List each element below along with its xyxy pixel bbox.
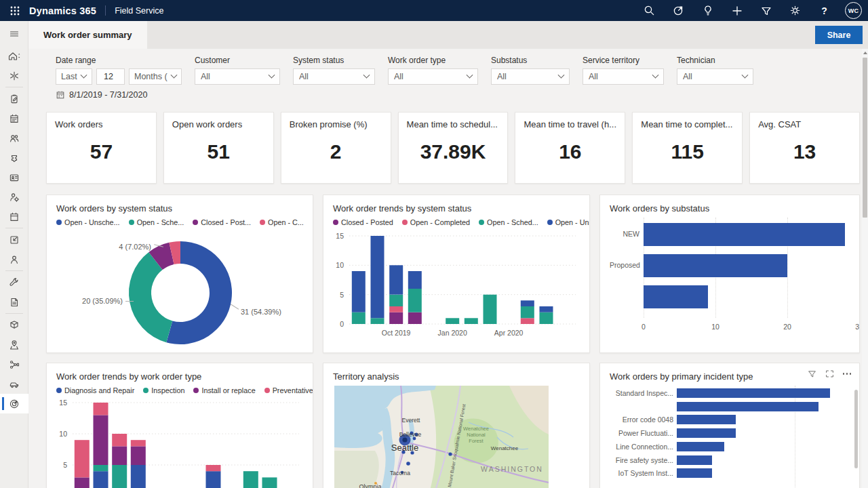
bar-segment[interactable] xyxy=(206,471,221,488)
kpi-card[interactable]: Broken promise (%)2 xyxy=(281,112,391,184)
sidebar-item-territory-pin-icon[interactable] xyxy=(0,335,28,354)
kpi-card[interactable]: Avg. CSAT13 xyxy=(749,112,860,184)
app-name[interactable]: Field Service xyxy=(115,6,163,16)
compass-icon[interactable] xyxy=(664,0,693,21)
sidebar-item-contact-card-icon[interactable] xyxy=(0,167,28,187)
account-avatar[interactable]: WC xyxy=(839,0,868,21)
focus-mode-icon[interactable] xyxy=(825,369,834,378)
sidebar-item-inbox-icon[interactable] xyxy=(0,230,28,249)
sidebar-item-home[interactable] xyxy=(0,46,28,66)
tab-work-order-summary[interactable]: Work order summary xyxy=(28,21,147,49)
add-icon[interactable] xyxy=(722,0,751,21)
sidebar-item-package-icon[interactable] xyxy=(0,315,28,335)
sidebar-item-person-icon[interactable] xyxy=(0,249,28,269)
kpi-card[interactable]: Work orders57 xyxy=(46,112,157,184)
chart-card-system-status-donut[interactable]: Work orders by system status Open - Unsc… xyxy=(46,195,313,353)
bar-segment[interactable] xyxy=(94,465,108,471)
bar-segment[interactable] xyxy=(131,465,146,488)
sidebar-item-recent-hub-icon[interactable] xyxy=(0,66,28,85)
filter-service-territory-dropdown[interactable]: All xyxy=(583,68,664,85)
hamburger-menu-icon[interactable] xyxy=(0,21,28,46)
bar-segment[interactable] xyxy=(371,318,384,324)
sidebar-item-services-puzzle-icon[interactable] xyxy=(0,148,28,167)
sidebar-item-bookings-calendar-icon[interactable] xyxy=(0,207,28,226)
territory-analysis-card[interactable]: Territory analysis xyxy=(323,363,590,488)
visual-scrollbar-thumb[interactable] xyxy=(854,390,858,468)
chart-card-trends-system-status[interactable]: Work order trends by system status Close… xyxy=(323,195,590,353)
kpi-card[interactable]: Open work orders51 xyxy=(163,112,274,184)
bar-segment[interactable] xyxy=(540,312,553,324)
bar-segment[interactable] xyxy=(521,300,534,306)
territory-map[interactable]: Everett Bellevue Seattle Tacoma Olympia … xyxy=(334,386,589,488)
date-range-count-input[interactable]: 12 xyxy=(96,68,125,85)
filter-substatus-dropdown[interactable]: All xyxy=(491,68,570,85)
bar-segment[interactable] xyxy=(389,306,403,312)
filter-icon[interactable] xyxy=(751,0,781,21)
date-range-unit-dropdown[interactable]: Months (C... xyxy=(129,68,182,85)
bar-segment[interactable] xyxy=(94,415,108,465)
bar-segment[interactable] xyxy=(408,312,422,324)
search-icon[interactable] xyxy=(635,0,664,21)
bar-segment[interactable] xyxy=(389,312,403,324)
bar[interactable] xyxy=(644,223,845,246)
sidebar-item-schedule-calendar-icon[interactable] xyxy=(0,108,28,128)
bar[interactable] xyxy=(677,428,736,438)
bar-segment[interactable] xyxy=(262,477,277,488)
sidebar-item-dashboards-selected[interactable] xyxy=(0,394,28,413)
bar-segment[interactable] xyxy=(371,236,384,318)
date-range-mode-dropdown[interactable]: Last xyxy=(56,68,92,85)
bar-segment[interactable] xyxy=(465,318,478,324)
bar-segment[interactable] xyxy=(94,403,108,415)
settings-gear-icon[interactable] xyxy=(781,0,810,21)
help-icon[interactable]: ? xyxy=(810,0,839,21)
bar-segment[interactable] xyxy=(75,440,90,477)
bar-segment[interactable] xyxy=(408,289,422,312)
bar-segment[interactable] xyxy=(540,306,553,312)
chart-card-substatus[interactable]: Work orders by substatus 0102030NEWPropo… xyxy=(599,195,860,353)
filter-customer-dropdown[interactable]: All xyxy=(195,68,280,85)
bar-segment[interactable] xyxy=(389,265,403,294)
vertical-scrollbar[interactable] xyxy=(862,49,868,488)
kpi-card[interactable]: Mean time to travel (h...16 xyxy=(515,112,625,184)
waffle-menu-icon[interactable] xyxy=(0,0,29,21)
bar-segment[interactable] xyxy=(94,471,108,488)
bar-segment[interactable] xyxy=(408,271,422,289)
bar-segment[interactable] xyxy=(75,477,90,488)
bar[interactable] xyxy=(677,415,736,424)
more-options-icon[interactable] xyxy=(843,373,852,375)
chart-card-primary-incident-type[interactable]: Work orders by primary incident type Sta… xyxy=(599,363,860,488)
bar-segment[interactable] xyxy=(521,318,534,324)
filter-technician-dropdown[interactable]: All xyxy=(677,68,753,85)
bar-segment[interactable] xyxy=(112,434,127,446)
bar-segment[interactable] xyxy=(352,312,366,324)
bar[interactable] xyxy=(677,455,712,465)
bar-segment[interactable] xyxy=(131,440,146,446)
bar-segment[interactable] xyxy=(112,465,127,488)
bar[interactable] xyxy=(677,402,818,411)
bar-segment[interactable] xyxy=(206,465,221,471)
sidebar-item-fleet-vehicle-icon[interactable] xyxy=(0,374,28,394)
sidebar-item-tasks-clipboard-icon[interactable] xyxy=(0,89,28,108)
bar-segment[interactable] xyxy=(352,271,366,312)
bar-segment[interactable] xyxy=(484,295,497,324)
filter-system-status-dropdown[interactable]: All xyxy=(293,68,375,85)
sidebar-item-invoice-icon[interactable] xyxy=(0,292,28,312)
share-button[interactable]: Share xyxy=(815,26,863,44)
bar-segment[interactable] xyxy=(389,295,403,306)
sidebar-item-dispatcher-icon[interactable] xyxy=(0,187,28,207)
bar[interactable] xyxy=(677,442,724,451)
sidebar-item-iot-network-icon[interactable] xyxy=(0,354,28,374)
kpi-card[interactable]: Mean time to complet...115 xyxy=(632,112,743,184)
bar-segment[interactable] xyxy=(446,318,459,324)
scrollbar-thumb[interactable] xyxy=(863,58,867,218)
sidebar-item-resources-people-icon[interactable] xyxy=(0,128,28,148)
lightbulb-icon[interactable] xyxy=(693,0,722,21)
chart-card-trends-work-order-type[interactable]: Work order trends by work order type Dia… xyxy=(46,363,313,488)
filter-work-order-type-dropdown[interactable]: All xyxy=(388,68,478,85)
bar[interactable] xyxy=(644,285,708,308)
bar-segment[interactable] xyxy=(243,471,258,488)
sidebar-item-wrench-icon[interactable] xyxy=(0,272,28,292)
kpi-card[interactable]: Mean time to schedul...37.89K xyxy=(398,112,509,184)
bar-segment[interactable] xyxy=(521,306,534,318)
scroll-up-arrow-icon[interactable] xyxy=(863,52,867,54)
